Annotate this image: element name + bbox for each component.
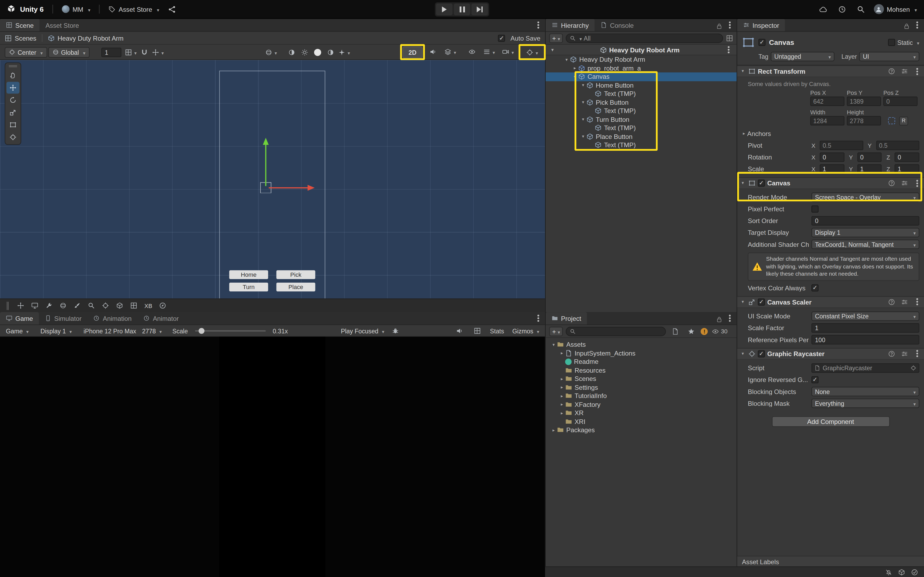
scale-factor-field[interactable]: 1 xyxy=(811,323,919,332)
lighting-toggle[interactable] xyxy=(314,48,321,56)
presets-icon[interactable] xyxy=(901,179,908,187)
gizmos-dropdown-game[interactable]: Gizmos xyxy=(510,327,541,334)
asset-labels-section[interactable]: Asset Labels xyxy=(737,556,924,567)
play-focused-dropdown[interactable]: Play Focused xyxy=(338,327,387,334)
panel-menu-icon[interactable] xyxy=(725,313,734,323)
sort-order-field[interactable]: 0 xyxy=(811,216,919,226)
render-mode-dropdown[interactable]: Screen Space - Overlay xyxy=(811,193,919,202)
project-item-xfactory[interactable]: XFactory xyxy=(546,400,737,409)
vehicle-overlay-icon[interactable] xyxy=(113,300,126,311)
scene-pick-button[interactable]: Pick xyxy=(276,270,315,279)
active-checkbox[interactable] xyxy=(759,39,766,46)
shadow-toggle[interactable] xyxy=(324,47,337,57)
paint-overlay-icon[interactable] xyxy=(71,300,83,311)
component-menu-icon[interactable] xyxy=(912,66,922,76)
project-item-resources[interactable]: Resources xyxy=(546,366,737,374)
component-header-rect-transform[interactable]: Rect Transform xyxy=(737,66,924,77)
height-field[interactable]: 2778 xyxy=(847,116,881,125)
foldout-icon[interactable] xyxy=(551,428,557,432)
tab-hierarchy[interactable]: Hierarchy xyxy=(546,19,594,31)
effects-dropdown[interactable] xyxy=(443,47,457,57)
foldout-icon[interactable] xyxy=(741,131,747,136)
tag-dropdown[interactable]: Untagged xyxy=(771,52,834,61)
pivot-x-field[interactable]: 0.5 xyxy=(820,141,863,150)
resolution-dropdown[interactable]: 2778 xyxy=(140,327,164,334)
collab-icon[interactable] xyxy=(168,5,176,13)
ignore-reversed-checkbox[interactable] xyxy=(811,376,818,383)
foldout-icon[interactable] xyxy=(580,100,586,105)
notifications-muted-icon[interactable] xyxy=(885,569,892,575)
display-overlay-icon[interactable] xyxy=(28,300,41,311)
static-control[interactable]: Static xyxy=(888,39,919,46)
component-header-graphic-raycaster[interactable]: Graphic Raycaster xyxy=(737,348,924,359)
component-menu-icon[interactable] xyxy=(912,349,922,358)
component-menu-icon[interactable] xyxy=(912,179,922,188)
scene-header-row[interactable]: Heavy Duty Robot Arm xyxy=(546,45,737,56)
compass-overlay-icon[interactable] xyxy=(157,300,169,311)
pos-y-field[interactable]: 1389 xyxy=(847,97,881,106)
blueprint-mode-icon[interactable] xyxy=(888,117,895,124)
layer-dropdown[interactable]: UI xyxy=(859,52,919,61)
project-item-readme[interactable]: Readme xyxy=(546,358,737,366)
width-field[interactable]: 1284 xyxy=(810,116,845,125)
move-overlay-icon[interactable] xyxy=(14,300,27,311)
tab-scene[interactable]: Scene xyxy=(0,19,40,31)
debug-bug-icon[interactable] xyxy=(389,326,402,336)
audio-toggle[interactable] xyxy=(427,47,439,57)
project-menu[interactable]: MM xyxy=(62,5,90,13)
raw-edit-button[interactable]: R xyxy=(899,116,908,125)
target-display-dropdown[interactable]: Display 1 xyxy=(811,228,919,237)
scene-turn-button[interactable]: Turn xyxy=(229,283,268,292)
scale-x-field[interactable]: 1 xyxy=(820,164,844,174)
lock-icon[interactable] xyxy=(716,316,722,323)
scene-home-button[interactable]: Home xyxy=(229,270,268,279)
project-item-xri[interactable]: XRI xyxy=(546,417,737,426)
help-icon[interactable] xyxy=(888,298,895,305)
tab-inspector[interactable]: Inspector xyxy=(737,19,785,31)
grid-snap-dropdown[interactable] xyxy=(124,47,138,57)
panel-menu-icon[interactable] xyxy=(533,313,543,323)
anchors-foldout[interactable]: Anchors xyxy=(737,129,919,139)
scene-visibility-toggle[interactable] xyxy=(465,47,478,57)
history-icon[interactable] xyxy=(838,5,846,13)
foldout-icon[interactable] xyxy=(572,74,578,79)
rect-tool-button[interactable] xyxy=(6,119,19,131)
foldout-icon[interactable] xyxy=(559,385,565,390)
scene-picker-icon[interactable] xyxy=(726,34,733,41)
tab-asset-store[interactable]: Asset Store xyxy=(40,19,85,31)
hierarchy-item-text-tmp[interactable]: Text (TMP) xyxy=(546,124,737,132)
panel-menu-icon[interactable] xyxy=(725,20,734,29)
alert-badge-icon[interactable]: ! xyxy=(701,328,708,335)
hierarchy-item-root[interactable]: Heavy Duty Robot Arm xyxy=(546,55,737,64)
add-asset-button[interactable]: + xyxy=(549,326,563,336)
mute-audio-icon[interactable] xyxy=(454,326,466,336)
auto-save-checkbox[interactable] xyxy=(498,34,505,41)
hierarchy-item-home-button[interactable]: Home Button xyxy=(546,81,737,89)
static-checkbox[interactable] xyxy=(888,39,895,46)
pos-x-field[interactable]: 642 xyxy=(810,97,845,106)
foldout-icon[interactable] xyxy=(559,402,565,406)
skybox-toggle[interactable] xyxy=(285,47,298,57)
hierarchy-search-input[interactable]: All xyxy=(566,34,723,43)
status-check-icon[interactable] xyxy=(911,569,918,575)
grid-size-field[interactable]: 1 xyxy=(101,47,121,56)
component-header-canvas-scaler[interactable]: Canvas Scaler xyxy=(737,296,924,308)
pivot-y-field[interactable]: 0.5 xyxy=(876,141,919,150)
foldout-icon[interactable] xyxy=(551,342,557,347)
snap-toggle[interactable] xyxy=(138,47,151,57)
ui-scale-mode-dropdown[interactable]: Constant Pixel Size xyxy=(811,311,919,321)
panel-menu-icon[interactable] xyxy=(533,20,543,29)
add-gameobject-button[interactable]: + xyxy=(549,34,563,43)
project-item-inputsystem-actions[interactable]: InputSystem_Actions xyxy=(546,349,737,358)
tab-simulator[interactable]: Simulator xyxy=(39,312,87,324)
pixel-perfect-checkbox[interactable] xyxy=(811,205,818,212)
pos-z-field[interactable]: 0 xyxy=(884,97,918,106)
presets-icon[interactable] xyxy=(901,68,908,74)
move-tool-button[interactable] xyxy=(6,82,19,93)
scene-menu-icon[interactable] xyxy=(724,45,733,55)
account-menu[interactable]: Mohsen xyxy=(874,4,917,14)
breadcrumb-scenes[interactable]: Scenes xyxy=(15,34,36,41)
project-item-scenes[interactable]: Scenes xyxy=(546,374,737,383)
presets-icon[interactable] xyxy=(901,350,908,357)
tab-animator[interactable]: Animator xyxy=(137,312,184,324)
